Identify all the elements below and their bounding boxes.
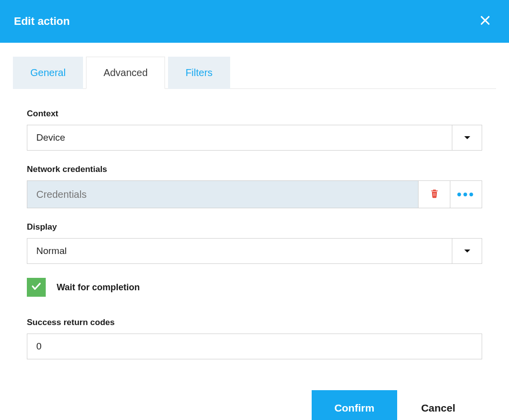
context-group: Context Device <box>27 109 482 151</box>
close-button[interactable] <box>475 11 495 31</box>
modal-header: Edit action <box>0 0 509 43</box>
display-caret[interactable] <box>452 239 482 263</box>
context-caret[interactable] <box>452 125 482 150</box>
trash-icon <box>429 188 439 201</box>
close-icon <box>480 15 491 28</box>
wait-for-completion-label: Wait for completion <box>57 282 140 293</box>
credentials-input[interactable] <box>27 180 419 208</box>
chevron-down-icon <box>464 136 470 139</box>
success-codes-input[interactable] <box>27 334 482 359</box>
credentials-browse-button[interactable]: ••• <box>450 180 482 208</box>
form-area: Context Device Network credentials <box>13 89 496 420</box>
display-group: Display Normal <box>27 222 482 264</box>
wait-for-completion-checkbox[interactable] <box>27 278 46 297</box>
context-value: Device <box>27 125 452 150</box>
cancel-button[interactable]: Cancel <box>421 402 455 414</box>
success-codes-label: Success return codes <box>27 318 482 328</box>
context-select[interactable]: Device <box>27 125 482 151</box>
wait-for-completion-row: Wait for completion <box>27 278 482 297</box>
checkmark-icon <box>31 281 42 294</box>
display-value: Normal <box>27 239 452 263</box>
confirm-button[interactable]: Confirm <box>312 390 398 420</box>
tab-filters[interactable]: Filters <box>168 57 230 89</box>
chevron-down-icon <box>464 250 470 252</box>
credentials-row: ••• <box>27 180 482 208</box>
tabs: General Advanced Filters <box>13 57 496 89</box>
footer: Confirm Cancel <box>27 373 482 420</box>
credentials-delete-button[interactable] <box>419 180 450 208</box>
modal-title: Edit action <box>14 15 70 28</box>
modal-body: General Advanced Filters Context Device … <box>0 43 509 420</box>
context-label: Context <box>27 109 482 119</box>
tab-advanced[interactable]: Advanced <box>86 57 165 89</box>
display-select[interactable]: Normal <box>27 238 482 264</box>
network-credentials-label: Network credentials <box>27 165 482 174</box>
display-label: Display <box>27 222 482 232</box>
network-credentials-group: Network credentials ••• <box>27 165 482 208</box>
tab-general[interactable]: General <box>13 57 83 89</box>
success-codes-group: Success return codes <box>27 318 482 359</box>
